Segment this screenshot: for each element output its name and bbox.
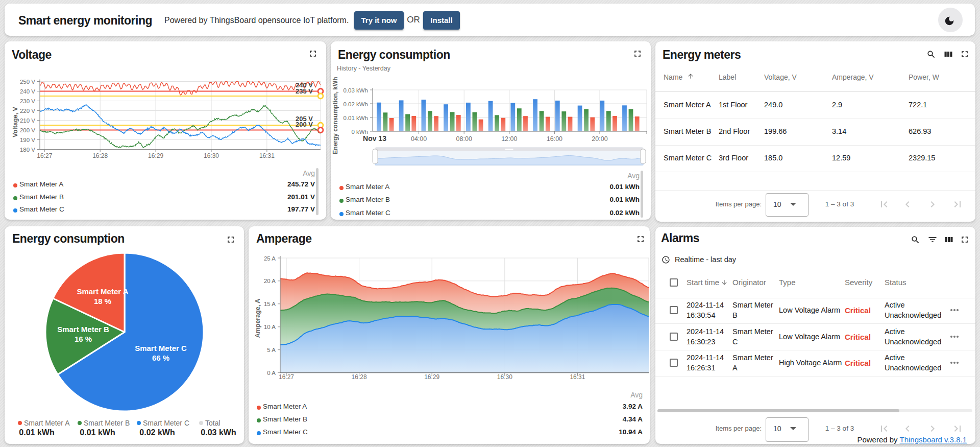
svg-text:08:00: 08:00 (456, 135, 472, 143)
svg-text:16:29: 16:29 (424, 373, 439, 381)
svg-text:16 %: 16 % (75, 335, 92, 343)
svg-text:20:00: 20:00 (592, 135, 607, 143)
svg-text:240 V: 240 V (20, 88, 35, 95)
svg-text:04:00: 04:00 (411, 135, 427, 143)
svg-text:200 V: 200 V (20, 127, 35, 133)
svg-text:12:00: 12:00 (501, 135, 517, 143)
svg-text:250 V: 250 V (20, 79, 35, 85)
svg-text:180 V: 180 V (20, 147, 35, 153)
svg-text:0.02 kWh: 0.02 kWh (343, 101, 368, 107)
svg-text:10 A: 10 A (264, 324, 276, 330)
svg-text:Energy consumption, kWh: Energy consumption, kWh (332, 77, 339, 154)
svg-text:20 A: 20 A (264, 278, 276, 284)
svg-text:16:27: 16:27 (37, 152, 52, 159)
svg-text:0 A: 0 A (267, 370, 276, 376)
svg-text:16:28: 16:28 (352, 373, 367, 381)
svg-text:5 A: 5 A (267, 347, 276, 353)
svg-text:220 V: 220 V (20, 108, 35, 114)
svg-text:235 V: 235 V (296, 87, 313, 95)
svg-text:Smart Meter C: Smart Meter C (135, 344, 187, 352)
svg-text:16:27: 16:27 (279, 373, 294, 381)
svg-text:16:31: 16:31 (259, 152, 275, 159)
svg-text:16:30: 16:30 (204, 152, 219, 159)
svg-text:0.03 kWh: 0.03 kWh (343, 87, 368, 93)
svg-text:18 %: 18 % (94, 297, 111, 305)
svg-text:Smart Meter A: Smart Meter A (77, 287, 128, 296)
svg-text:15 A: 15 A (264, 301, 276, 307)
svg-text:66 %: 66 % (152, 354, 169, 362)
svg-text:Smart Meter B: Smart Meter B (57, 325, 109, 334)
svg-text:25 A: 25 A (264, 255, 276, 262)
svg-text:200 V: 200 V (296, 121, 313, 128)
svg-text:Nov 13: Nov 13 (363, 134, 386, 143)
svg-text:16:28: 16:28 (92, 152, 108, 159)
svg-text:16:31: 16:31 (570, 373, 585, 381)
svg-text:230 V: 230 V (20, 98, 35, 104)
svg-text:210 V: 210 V (20, 117, 35, 124)
svg-text:Voltage, V: Voltage, V (12, 107, 19, 137)
svg-text:16:30: 16:30 (497, 373, 512, 381)
svg-text:0.01 kWh: 0.01 kWh (343, 115, 368, 121)
svg-text:Amperage, A: Amperage, A (254, 299, 261, 338)
svg-text:190 V: 190 V (20, 137, 35, 143)
svg-text:16:00: 16:00 (547, 135, 562, 143)
svg-text:16:29: 16:29 (148, 152, 163, 159)
